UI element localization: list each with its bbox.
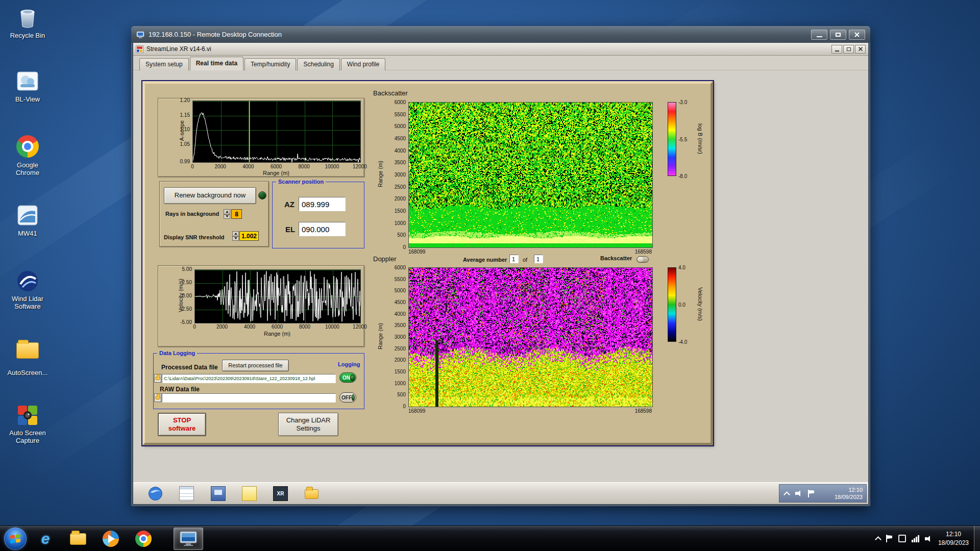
tick-label: 6000: [395, 99, 406, 105]
restart-processed-file-button[interactable]: Restart processed file: [222, 360, 289, 371]
remote-taskbar-notepad-icon[interactable]: [179, 486, 194, 501]
desktop-icon-mw41[interactable]: MW41: [4, 203, 51, 238]
tick-label: 5500: [395, 112, 406, 117]
vi-window-icon: [136, 45, 143, 53]
action-center-flag-icon[interactable]: [886, 535, 893, 542]
desktop-icon-bl-view[interactable]: BL-View: [4, 69, 51, 104]
display-icon[interactable]: [898, 535, 906, 542]
tab-wind-profile[interactable]: Wind profile: [341, 58, 385, 70]
backscatter-doppler-toggle[interactable]: [636, 256, 649, 263]
folder-icon: [155, 396, 160, 399]
az-field[interactable]: 089.999: [299, 197, 346, 211]
tab-scheduling[interactable]: Scheduling: [297, 58, 339, 70]
stop-software-button[interactable]: STOP software: [158, 413, 206, 436]
tick-label: 12000: [353, 164, 367, 169]
tab-system-setup[interactable]: System setup: [139, 58, 189, 70]
vi-titlebar[interactable]: StreamLine XR v14-6.vi: [133, 43, 868, 56]
desktop-icon-label: Auto Screen Capture: [7, 430, 48, 445]
play-icon: [108, 535, 115, 543]
show-desktop-button[interactable]: [974, 526, 980, 551]
volume-icon[interactable]: [795, 490, 803, 497]
remote-session: StreamLine XR v14-6.vi System setupReal …: [133, 43, 868, 504]
vi-minimize-button[interactable]: [831, 45, 842, 54]
network-icon[interactable]: [912, 535, 919, 542]
taskbar-chrome-button[interactable]: [131, 528, 156, 550]
tick-label: 0: [191, 164, 194, 169]
remote-taskbar: XR 12:10 18/09/2023: [133, 482, 868, 504]
desktop: Recycle Bin BL-View Google Chrome MW41 W…: [0, 0, 980, 551]
remote-taskbar-browser-icon[interactable]: [148, 486, 163, 501]
desktop-icon-label: Wind Lidar Software: [7, 295, 48, 311]
ascope-graph: 1.201.151.101.050.9902000400060008000100…: [158, 98, 364, 177]
xr-label: XR: [277, 491, 284, 496]
remote-taskbar-xr-icon[interactable]: XR: [273, 486, 288, 501]
tick-label: 0.99: [180, 159, 190, 164]
tick-label: 10000: [325, 324, 339, 330]
rays-value[interactable]: 8: [231, 209, 242, 219]
on-label: ON: [342, 375, 350, 381]
average-number-field-2[interactable]: 1: [534, 255, 543, 263]
tick-label: 4000: [244, 324, 255, 330]
tick-label: 4500: [395, 136, 406, 141]
bl-view-icon: [15, 69, 40, 93]
tick-label: 5000: [395, 123, 406, 129]
doppler-colorbar: [668, 267, 676, 342]
rdp-titlebar[interactable]: 192.168.0.150 - Remote Desktop Connectio…: [131, 26, 870, 43]
volume-icon[interactable]: [925, 535, 933, 542]
processed-path-browse-button[interactable]: [154, 374, 161, 383]
tick-label: 6000: [395, 265, 406, 270]
desktop-icon-recycle-bin[interactable]: Recycle Bin: [4, 5, 51, 40]
hidden-icons-caret[interactable]: [783, 491, 790, 498]
tick-label: 500: [397, 232, 406, 238]
hidden-icons-caret[interactable]: [875, 536, 881, 543]
notification-flag-icon[interactable]: [808, 490, 815, 497]
tick-label: 2000: [216, 324, 228, 330]
tick-label: 168598: [635, 408, 652, 414]
remote-clock[interactable]: 12:10 18/09/2023: [835, 486, 866, 501]
tab-real-time-data[interactable]: Real time data: [190, 57, 243, 70]
taskbar-ie-button[interactable]: e: [33, 528, 58, 550]
toggle-knob: [352, 394, 355, 401]
desktop-icon-auto-screen-capture[interactable]: Auto Screen Capture: [4, 403, 51, 445]
remote-clock-time: 12:10: [835, 486, 863, 493]
raw-logging-toggle[interactable]: OFF: [339, 392, 356, 403]
change-lidar-settings-button[interactable]: Change LiDAR Settings: [278, 413, 338, 436]
desktop-icon-autoscreen-folder[interactable]: AutoScreen...: [4, 337, 51, 377]
raw-path-browse-button[interactable]: [154, 393, 161, 402]
rdp-maximize-button[interactable]: [830, 30, 846, 40]
logging-label: Logging: [338, 361, 360, 367]
processed-logging-toggle[interactable]: ON: [339, 372, 356, 383]
rdp-close-button[interactable]: [849, 30, 865, 40]
taskbar-explorer-button[interactable]: [65, 528, 91, 550]
taskbar-media-player-button[interactable]: [98, 528, 124, 550]
tab-temp-humidity[interactable]: Temp/humidity: [244, 58, 296, 70]
average-number-field-1[interactable]: 1: [509, 255, 519, 263]
rdp-title: 192.168.0.150 - Remote Desktop Connectio…: [149, 31, 282, 38]
raw-path-field[interactable]: [162, 393, 336, 403]
chrome-icon: [135, 531, 152, 547]
start-button[interactable]: [4, 528, 27, 550]
vi-close-button[interactable]: [855, 45, 866, 54]
remote-taskbar-app-icon[interactable]: [211, 486, 226, 501]
vi-restore-button[interactable]: [843, 45, 854, 54]
remote-taskbar-note-icon[interactable]: [242, 486, 257, 501]
recycle-bin-icon: [15, 5, 40, 30]
tick-label: 2000: [395, 196, 406, 202]
desktop-icon-google-chrome[interactable]: Google Chrome: [4, 134, 51, 177]
tick-label: -5.5: [678, 137, 687, 142]
snr-stepper[interactable]: [232, 231, 239, 241]
processed-path-field[interactable]: C:\LidarA\Data\Proc\2023\202309\20230918…: [162, 374, 336, 383]
snr-value[interactable]: 1.002: [239, 231, 259, 241]
rays-stepper[interactable]: [224, 209, 230, 219]
renew-background-button[interactable]: Renew background now: [164, 187, 256, 204]
taskbar-clock[interactable]: 12:10 18/09/2023: [938, 530, 969, 546]
rdp-minimize-button[interactable]: [811, 30, 827, 40]
taskbar-rdp-button[interactable]: [174, 528, 203, 550]
remote-taskbar-folder-icon[interactable]: [305, 486, 320, 501]
desktop-icon-label: MW41: [7, 230, 48, 238]
desktop-icon-wind-lidar[interactable]: Wind Lidar Software: [4, 269, 51, 311]
el-field[interactable]: 090.000: [299, 222, 346, 236]
rays-in-background-label: Rays in background: [165, 211, 219, 217]
scanner-position-title: Scanner position: [276, 179, 326, 185]
tick-label: 8000: [299, 164, 310, 169]
